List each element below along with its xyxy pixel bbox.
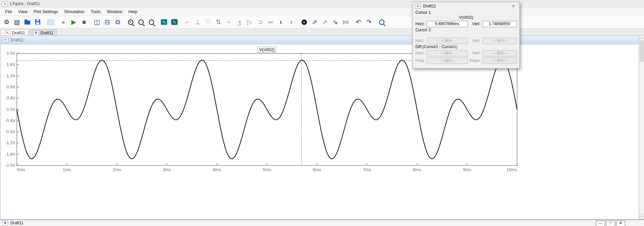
y-tick-label: 0.0V [6, 107, 15, 112]
cursor1-vert-value[interactable]: 1.7465855V [482, 21, 517, 27]
plot-pane-title[interactable]: V(n002) [258, 47, 276, 52]
close-button[interactable]: × [616, 221, 625, 226]
waveform-window: ∿ Draft11 V(n002) 0ms1ms2ms3ms4ms5ms6ms7… [0, 35, 639, 219]
cursor2-values-row: Horz: -- N/A-- Vert: -- N/A-- [415, 37, 517, 44]
plot-settings-icon[interactable]: ∿ [169, 17, 180, 27]
cursor2-trace-name [415, 33, 517, 37]
window-controls: — □ × [596, 221, 625, 226]
voltage-probe-icon[interactable]: ♡ [203, 17, 213, 27]
y-tick-label: -0.8V [5, 129, 15, 134]
x-tick-label: 0ms [17, 167, 25, 172]
menu-item-plot-settings[interactable]: Plot Settings [31, 8, 61, 15]
ground-icon[interactable]: ⊥ [192, 17, 203, 27]
zoom-out-icon[interactable]: - [136, 17, 146, 27]
waveform-svg[interactable]: 0ms1ms2ms3ms4ms5ms6ms7ms8ms9ms10ms2.0V1.… [1, 44, 639, 219]
x-tick-label: 4ms [213, 167, 221, 172]
app-titlebar[interactable]: ∿ LTspice - Draft11 [0, 0, 644, 8]
cursor-dialog: ∿ Draft11 × Cursor 1 V(n002) Horz: 5.690… [412, 2, 520, 69]
y-tick-label: -1.6V [5, 152, 15, 157]
paste-icon[interactable] [45, 17, 56, 27]
scroll-up-icon[interactable]: ▲ [640, 35, 644, 41]
menu-item-file[interactable]: File [2, 8, 15, 15]
x-tick-label: 7ms [363, 167, 371, 172]
drag-icon[interactable]: ⇘ [330, 17, 340, 27]
vertical-scrollbar[interactable]: ▲ ▼ [639, 35, 644, 219]
freq-slope-row: Freq: -- N/A-- Slope: -- N/A-- [415, 57, 517, 64]
delete-icon[interactable]: × [299, 17, 309, 27]
cursor-dialog-titlebar[interactable]: ∿ Draft11 × [413, 2, 519, 10]
label-net-icon[interactable]: net [265, 17, 276, 27]
tile-horizontally-icon[interactable]: ⊟ [102, 17, 112, 27]
menu-item-help[interactable]: Help [125, 8, 140, 15]
redo-icon[interactable]: ↷ [364, 17, 374, 27]
halt-icon[interactable]: ● [58, 17, 68, 27]
text-tool-icon[interactable]: t [276, 17, 286, 27]
plot-area[interactable]: V(n002) 0ms1ms2ms3ms4ms5ms6ms7ms8ms9ms10… [1, 44, 639, 219]
copy-icon[interactable]: ⇗ [309, 17, 320, 27]
ltspice-logo-icon: ∿ [2, 1, 8, 6]
diode-icon[interactable]: ▷ [244, 17, 255, 27]
run-icon[interactable]: ▶ [68, 17, 79, 27]
undo-icon[interactable]: ↶ [353, 17, 364, 27]
tile-vertically-icon[interactable]: ◫ [92, 17, 102, 27]
cursor2-vert-value: -- N/A-- [482, 38, 517, 44]
zoom-full-extents-icon[interactable]: ▫ [146, 17, 156, 27]
menubar: File View Plot Settings Simulation Tools… [0, 8, 644, 16]
tab-label: Draft11 [12, 31, 25, 35]
schematic-window-title: Draft11 [10, 221, 23, 225]
new-schematic-icon[interactable]: ▤ [12, 17, 22, 27]
diff-vert-label: Vert: [468, 51, 482, 55]
menu-item-view[interactable]: View [15, 8, 31, 15]
toolbar: ⚙▤●▶■◫⊟⧉+-▫∿∿⌐⊥♡⇅÷ʒ▷⊃nettt×⇗⇗⇘⋈↶↷ [0, 16, 644, 29]
x-tick-label: 8ms [413, 167, 421, 172]
cursor1-vert-label: Vert: [468, 22, 482, 26]
y-tick-label: 1.2V [6, 73, 15, 78]
control-panel-icon[interactable]: ⚙ [1, 17, 12, 27]
slope-value: -- N/A-- [482, 58, 517, 64]
waveform-trace[interactable] [17, 60, 517, 159]
cursor1-horz-label: Horz: [415, 22, 427, 26]
capacitor-icon[interactable]: ÷ [224, 17, 234, 27]
menu-item-window[interactable]: Window [104, 8, 125, 15]
current-probe-icon[interactable]: ⇅ [213, 17, 224, 27]
cursor-dialog-icon: ∿ [415, 4, 421, 9]
schematic-window-icon: ↯ [2, 221, 8, 226]
component-icon[interactable]: ⊃ [255, 17, 265, 27]
freq-value: -- N/A-- [427, 58, 468, 64]
schematic-window-titlebar[interactable]: ↯ Draft11 — □ × [0, 219, 644, 226]
stop-icon[interactable]: ■ [79, 17, 89, 27]
diff-vert-value: -- N/A-- [482, 50, 517, 57]
scroll-down-icon[interactable]: ▼ [640, 214, 644, 219]
cursor1-horz-value[interactable]: 5.6907895ms [427, 21, 468, 27]
tab-label: Draft11 [40, 31, 53, 35]
menu-item-tools[interactable]: Tools [88, 8, 104, 15]
freq-label: Freq: [415, 58, 427, 63]
waveform-window-titlebar[interactable]: ∿ Draft11 [1, 36, 639, 44]
inductor-icon[interactable]: ʒ [234, 17, 244, 27]
scrollbar-thumb[interactable] [640, 41, 644, 62]
spice-directive-icon[interactable]: t [286, 17, 296, 27]
wire-icon[interactable]: ⌐ [182, 17, 192, 27]
save-icon[interactable] [33, 17, 43, 27]
cursor2-section-label: Cursor 2 [415, 28, 517, 33]
minimize-button[interactable]: — [596, 221, 605, 226]
y-tick-label: -1.2V [5, 140, 15, 145]
menu-item-simulation[interactable]: Simulation [61, 8, 88, 15]
restore-button[interactable]: □ [606, 221, 615, 226]
zoom-in-icon[interactable]: + [125, 17, 136, 27]
open-file-icon[interactable] [22, 17, 33, 27]
move-icon[interactable]: ⇗ [320, 17, 330, 27]
y-tick-label: -2.0V [5, 163, 15, 168]
find-icon[interactable] [376, 17, 387, 27]
autorange-y-icon[interactable]: ∿ [159, 17, 169, 27]
x-tick-label: 5ms [263, 167, 271, 172]
mirror-icon[interactable]: ⋈ [340, 17, 351, 27]
close-icon[interactable]: × [510, 3, 517, 9]
cascade-windows-icon[interactable]: ⧉ [112, 17, 123, 27]
slope-label: Slope: [468, 58, 482, 63]
diff-horz-value: -- N/A-- [427, 50, 468, 57]
cursor2-horz-value: -- N/A-- [427, 38, 468, 44]
cursor-dialog-body: Cursor 1 V(n002) Horz: 5.6907895ms Vert:… [413, 10, 519, 64]
cursor2-horz-label: Horz: [415, 38, 427, 43]
diff-values-row: Horz: -- N/A-- Vert: -- N/A-- [415, 49, 517, 57]
